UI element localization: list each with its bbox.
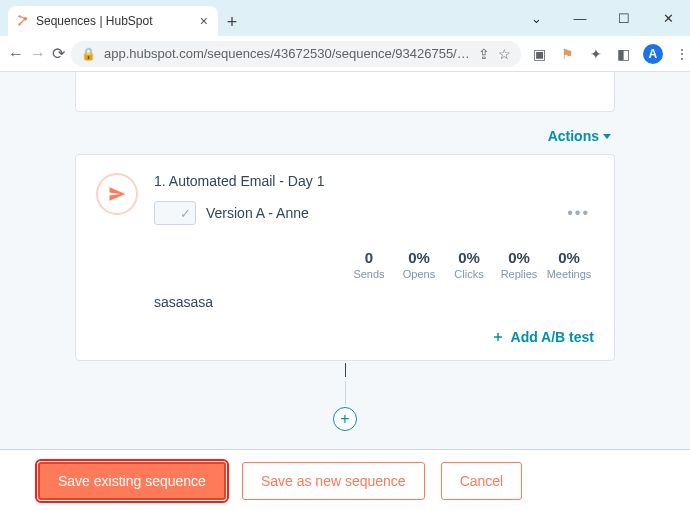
close-window-button[interactable]: ✕ — [646, 11, 690, 26]
automated-email-icon — [96, 173, 138, 215]
new-tab-button[interactable]: + — [218, 8, 246, 36]
extension-icon-1[interactable]: ▣ — [531, 46, 549, 62]
save-existing-button[interactable]: Save existing sequence — [38, 462, 226, 500]
add-ab-test-button[interactable]: ＋ Add A/B test — [491, 328, 594, 346]
extension-icon-2[interactable]: ⚑ — [559, 46, 577, 62]
email-body-preview: sasasasa — [154, 294, 594, 310]
minimize-button[interactable]: — — [558, 11, 602, 26]
hubspot-favicon — [16, 14, 30, 28]
stat-sends: 0 Sends — [344, 249, 394, 280]
tab-title: Sequences | HubSpot — [36, 14, 192, 28]
kebab-menu-icon[interactable]: ⋮ — [673, 46, 690, 62]
url-text: app.hubspot.com/sequences/43672530/seque… — [104, 46, 470, 61]
stat-meetings: 0% Meetings — [544, 249, 594, 280]
extensions-menu-icon[interactable]: ✦ — [587, 46, 605, 62]
browser-tab[interactable]: Sequences | HubSpot × — [8, 6, 218, 36]
caret-down-icon — [603, 134, 611, 139]
svg-point-2 — [18, 23, 20, 25]
plus-icon: ＋ — [491, 328, 505, 346]
lock-icon: 🔒 — [81, 47, 96, 61]
address-bar[interactable]: 🔒 app.hubspot.com/sequences/43672530/seq… — [71, 41, 521, 67]
actions-label: Actions — [548, 128, 599, 144]
stat-clicks: 0% Clicks — [444, 249, 494, 280]
version-row: ✓ Version A - Anne ••• — [154, 201, 594, 225]
back-button[interactable]: ← — [8, 45, 24, 63]
sequence-step-card: 1. Automated Email - Day 1 ✓ Version A -… — [75, 154, 615, 361]
save-new-button[interactable]: Save as new sequence — [242, 462, 425, 500]
browser-toolbar: ← → ⟳ 🔒 app.hubspot.com/sequences/436725… — [0, 36, 690, 72]
stats-row: 0 Sends 0% Opens 0% Clicks 0% Replies — [154, 249, 594, 280]
profile-avatar[interactable]: A — [643, 44, 663, 64]
check-icon: ✓ — [180, 206, 191, 221]
actions-dropdown[interactable]: Actions — [548, 128, 611, 144]
version-label: Version A - Anne — [206, 205, 309, 221]
browser-titlebar: Sequences | HubSpot × + ⌄ — ☐ ✕ — [0, 0, 690, 36]
add-step-button[interactable]: + — [333, 407, 357, 431]
svg-line-1 — [20, 19, 26, 25]
tab-close-icon[interactable]: × — [198, 13, 210, 29]
step-title: 1. Automated Email - Day 1 — [154, 173, 594, 189]
extension-icon-3[interactable]: ◧ — [615, 46, 633, 62]
stat-opens: 0% Opens — [394, 249, 444, 280]
page-content: Actions 1. Automated Email - Day 1 ✓ Ver… — [0, 72, 690, 449]
version-toggle[interactable]: ✓ — [154, 201, 196, 225]
more-options-icon[interactable]: ••• — [567, 204, 594, 222]
connector-line — [345, 381, 346, 405]
forward-button[interactable]: → — [30, 45, 46, 63]
previous-step-card[interactable] — [75, 72, 615, 112]
chevron-down-icon[interactable]: ⌄ — [514, 11, 558, 26]
reload-button[interactable]: ⟳ — [52, 44, 65, 63]
stat-replies: 0% Replies — [494, 249, 544, 280]
window-controls: ⌄ — ☐ ✕ — [514, 0, 690, 36]
share-icon[interactable]: ⇪ — [478, 46, 490, 62]
maximize-button[interactable]: ☐ — [602, 11, 646, 26]
insertion-cursor — [345, 363, 346, 377]
star-icon[interactable]: ☆ — [498, 46, 511, 62]
add-ab-test-label: Add A/B test — [511, 329, 594, 345]
cancel-button[interactable]: Cancel — [441, 462, 523, 500]
footer-bar: Save existing sequence Save as new seque… — [0, 449, 690, 511]
